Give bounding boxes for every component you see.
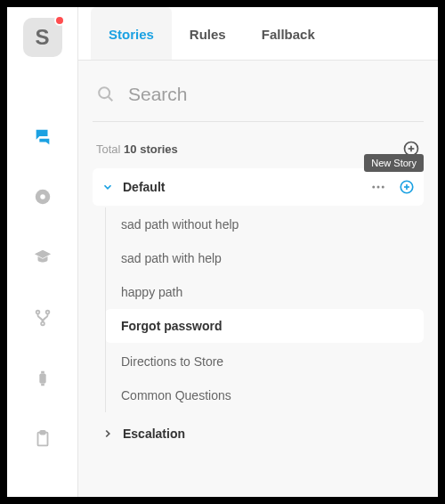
list-item[interactable]: Common Questions xyxy=(105,378,424,412)
svg-point-1 xyxy=(40,194,45,199)
svg-rect-6 xyxy=(41,371,44,374)
svg-rect-5 xyxy=(39,374,45,384)
logo-letter: S xyxy=(35,25,49,50)
app-frame: S Stories xyxy=(7,7,438,497)
nav-watch-icon[interactable] xyxy=(33,369,53,388)
list-item[interactable]: sad path without help xyxy=(105,207,424,241)
nav-graduation-icon[interactable] xyxy=(33,248,53,267)
total-prefix: Total xyxy=(96,142,120,156)
plus-circle-icon[interactable] xyxy=(399,179,415,195)
add-story-wrap: New Story xyxy=(402,140,420,158)
search-input[interactable] xyxy=(128,84,420,105)
group-header-default[interactable]: Default xyxy=(93,168,424,206)
group-label: Default xyxy=(123,180,165,194)
notification-dot xyxy=(54,15,65,26)
svg-point-4 xyxy=(41,322,44,326)
total-text: Total 10 stories xyxy=(96,142,178,156)
group-header-escalation[interactable]: Escalation xyxy=(93,412,424,441)
chevron-right-icon xyxy=(101,427,114,440)
svg-rect-7 xyxy=(41,384,44,386)
sidebar: S xyxy=(7,7,78,497)
svg-point-17 xyxy=(382,186,384,189)
total-count: 10 stories xyxy=(124,142,178,156)
svg-point-3 xyxy=(45,311,49,314)
nav-fork-icon[interactable] xyxy=(33,308,53,328)
search-row xyxy=(93,73,424,121)
svg-line-11 xyxy=(109,97,113,102)
divider xyxy=(93,121,424,122)
list-item[interactable]: Forgot password xyxy=(105,309,424,343)
tab-stories[interactable]: Stories xyxy=(91,7,172,60)
svg-point-15 xyxy=(372,186,375,189)
svg-point-16 xyxy=(377,186,380,189)
search-icon xyxy=(96,85,116,104)
svg-rect-9 xyxy=(40,431,45,435)
main-panel: Stories Rules Fallback Total 10 stories xyxy=(78,7,438,497)
group-actions xyxy=(370,179,415,195)
logo[interactable]: S xyxy=(23,18,62,57)
chevron-down-icon xyxy=(101,181,114,193)
svg-point-2 xyxy=(36,311,39,314)
group-label: Escalation xyxy=(123,427,185,441)
nav-icons xyxy=(33,126,53,449)
nav-gear-icon[interactable] xyxy=(33,187,53,207)
total-row: Total 10 stories New Story xyxy=(93,140,424,168)
content-area: Total 10 stories New Story Default xyxy=(78,61,438,497)
more-icon[interactable] xyxy=(370,179,386,195)
stories-list: sad path without help sad path with help… xyxy=(93,207,424,412)
tab-rules[interactable]: Rules xyxy=(172,7,244,60)
svg-point-10 xyxy=(99,87,109,98)
nav-clipboard-icon[interactable] xyxy=(33,429,53,449)
tab-bar: Stories Rules Fallback xyxy=(78,7,438,61)
nav-talk-icon[interactable] xyxy=(33,126,53,146)
list-item[interactable]: sad path with help xyxy=(105,241,424,275)
tab-fallback[interactable]: Fallback xyxy=(244,7,333,60)
list-item[interactable]: happy path xyxy=(105,275,424,309)
new-story-tooltip: New Story xyxy=(364,154,424,172)
list-item[interactable]: Directions to Store xyxy=(105,345,424,378)
